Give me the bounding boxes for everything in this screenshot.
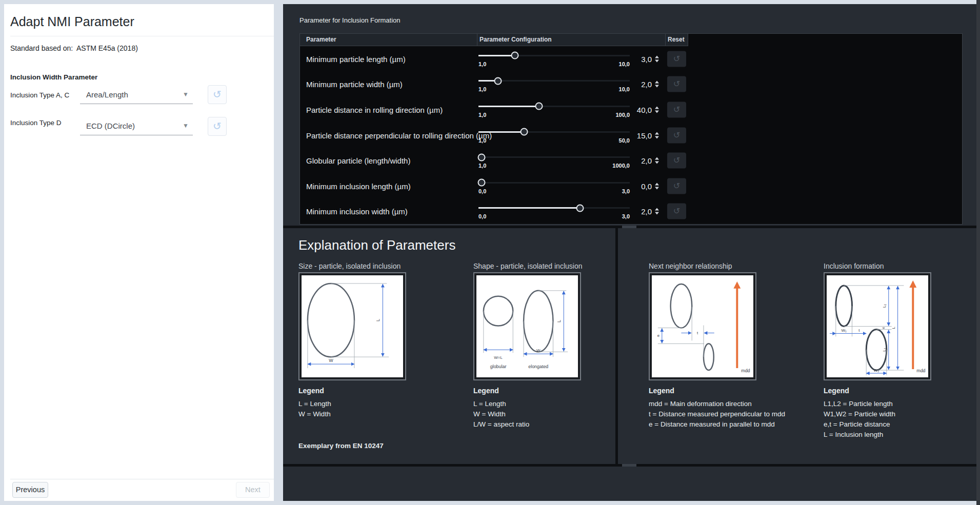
spin-up-icon[interactable] <box>655 81 659 84</box>
table-header: Parameter Parameter Configuration Reset <box>300 34 962 46</box>
inclusion-width-parameter-heading: Inclusion Width Parameter <box>10 73 97 81</box>
reset-inclusion-type-d-button[interactable]: ↺ <box>208 117 227 136</box>
spinner <box>655 55 659 62</box>
reset-icon: ↺ <box>213 89 222 100</box>
value-spinbox[interactable]: 0,0 <box>603 181 652 190</box>
horizontal-splitter[interactable] <box>283 226 976 228</box>
footnote: Exemplary from EN 10247 <box>298 442 407 450</box>
card-title: Size - particle, isolated inclusion <box>298 262 407 271</box>
explanation-card-inclusion-formation: Inclusion formation L₁ e L₂ L <box>824 262 932 440</box>
spin-down-icon[interactable] <box>655 59 659 62</box>
reset-icon: ↺ <box>673 156 680 165</box>
row-reset-button[interactable]: ↺ <box>667 51 686 67</box>
previous-button[interactable]: Previous <box>12 482 48 498</box>
row-reset-button[interactable]: ↺ <box>667 127 686 143</box>
row-reset-button[interactable]: ↺ <box>667 153 686 169</box>
slider-handle[interactable] <box>520 128 528 136</box>
slider-handle[interactable] <box>511 52 518 59</box>
spin-up-icon[interactable] <box>655 157 659 160</box>
value-spinbox[interactable]: 40,0 <box>603 105 652 114</box>
spinner <box>655 183 659 189</box>
parameter-name: Minimum inclusion width (µm) <box>306 207 408 216</box>
svg-text:mdd: mdd <box>741 368 750 373</box>
inclusion-type-d-label: Inclusion Type D <box>10 119 62 127</box>
slider-handle[interactable] <box>494 77 502 85</box>
spin-up-icon[interactable] <box>655 55 659 58</box>
next-neighbor-diagram: e t mdd <box>652 275 753 377</box>
slider-fill <box>478 131 524 133</box>
legend-title: Legend <box>824 387 932 395</box>
spin-down-icon[interactable] <box>655 212 659 215</box>
reset-icon: ↺ <box>673 54 680 63</box>
row-reset-button[interactable]: ↺ <box>667 204 686 219</box>
value-spinbox[interactable]: 15,0 <box>603 131 652 139</box>
legend-title: Legend <box>473 387 582 395</box>
table-row: Particle distance in rolling direction (… <box>300 97 962 123</box>
diagram-frame: e t mdd <box>649 272 756 380</box>
dropdown-value: Area/Length <box>86 90 128 99</box>
legend-list: mdd = Main deformation direction t = Dis… <box>649 399 757 430</box>
svg-text:L₁: L₁ <box>882 304 887 308</box>
column-header-configuration: Parameter Configuration <box>477 34 666 46</box>
spin-down-icon[interactable] <box>655 136 659 138</box>
slider-handle[interactable] <box>535 103 543 110</box>
spin-up-icon[interactable] <box>655 208 659 211</box>
value-spinbox[interactable]: 3,0 <box>603 54 652 63</box>
card-title: Inclusion formation <box>824 262 932 271</box>
svg-text:L: L <box>375 319 381 321</box>
horizontal-splitter[interactable] <box>283 464 976 467</box>
next-button[interactable]: Next <box>236 482 270 498</box>
svg-text:W=L: W=L <box>494 355 503 360</box>
splitter-grip[interactable] <box>622 464 636 467</box>
legend-title: Legend <box>298 387 407 395</box>
slider-handle[interactable] <box>576 204 584 212</box>
svg-text:W: W <box>329 358 333 363</box>
value-spinbox[interactable]: 2,0 <box>603 156 652 165</box>
slider-fill <box>478 106 539 107</box>
explanation-card-shape: Shape - particle, isolated inclusion W=L… <box>473 262 582 430</box>
table-row: Minimum particle length (µm) 1,0 10,0 3,… <box>300 46 962 72</box>
shape-diagram: W=L globular W elongated L <box>476 275 578 377</box>
spin-down-icon[interactable] <box>655 85 659 88</box>
reset-icon: ↺ <box>673 105 680 113</box>
row-reset-button[interactable]: ↺ <box>667 76 686 92</box>
vertical-splitter[interactable] <box>615 228 618 464</box>
legend-item: e,t = Particle distance <box>824 419 932 430</box>
slider-handle[interactable] <box>477 153 485 161</box>
legend-item: W1,W2 = Particle width <box>824 409 932 419</box>
adapt-nmi-panel: Adapt NMI Parameter Standard based on: A… <box>4 4 274 501</box>
svg-text:e: e <box>657 333 660 338</box>
spin-up-icon[interactable] <box>655 106 659 109</box>
splitter-grip[interactable] <box>622 226 636 228</box>
standard-based-on-label: Standard based on: <box>10 44 73 52</box>
spin-down-icon[interactable] <box>655 110 659 113</box>
svg-text:e: e <box>882 327 885 329</box>
table-row: Particle distance perpendicular to rolli… <box>300 123 962 148</box>
parameter-name: Globular particle (length/width) <box>306 156 410 165</box>
legend-item: W = Width <box>298 409 407 419</box>
legend-item: L = Length <box>473 399 582 409</box>
spin-up-icon[interactable] <box>655 132 659 134</box>
value-spinbox[interactable]: 2,0 <box>603 207 652 216</box>
slider-handle[interactable] <box>477 179 485 187</box>
reset-icon: ↺ <box>673 130 680 139</box>
explanation-heading: Explanation of Parameters <box>298 237 455 253</box>
inclusion-type-d-dropdown[interactable]: ECD (DCircle) ▼ <box>80 113 193 135</box>
value-spinbox[interactable]: 2,0 <box>603 80 652 89</box>
spinner <box>655 132 659 138</box>
dropdown-value: ECD (DCircle) <box>86 122 135 130</box>
diagram-frame: L₁ e L₂ L W₁ t W₂ mdd <box>824 272 931 380</box>
column-header-reset: Reset <box>666 34 688 46</box>
standard-based-on-value: ASTM E45a (2018) <box>76 44 138 52</box>
spin-down-icon[interactable] <box>655 187 659 189</box>
svg-text:L: L <box>556 320 562 322</box>
chevron-down-icon: ▼ <box>183 91 189 98</box>
legend-item: L = Length <box>298 399 407 409</box>
spin-down-icon[interactable] <box>655 161 659 164</box>
reset-inclusion-type-ac-button[interactable]: ↺ <box>208 85 227 104</box>
spin-up-icon[interactable] <box>655 183 659 185</box>
row-reset-button[interactable]: ↺ <box>667 178 686 194</box>
row-reset-button[interactable]: ↺ <box>667 102 686 117</box>
svg-text:L: L <box>891 327 896 329</box>
inclusion-type-ac-dropdown[interactable]: Area/Length ▼ <box>80 82 193 104</box>
